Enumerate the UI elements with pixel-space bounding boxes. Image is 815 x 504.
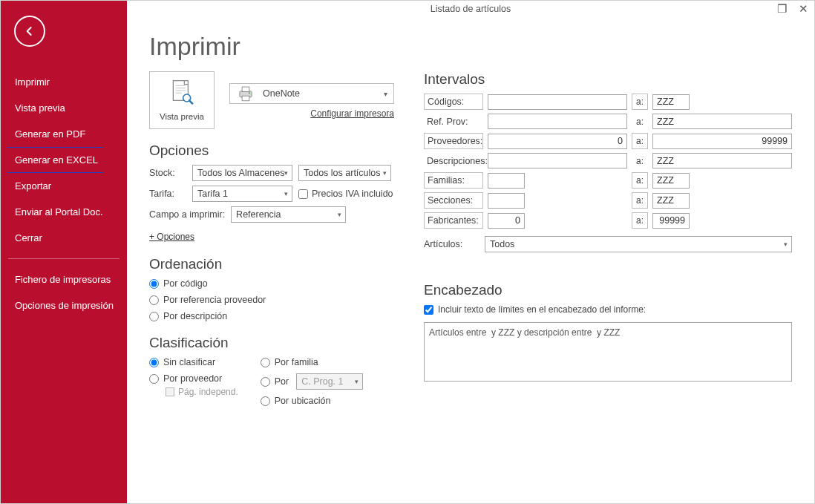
checkbox-box-icon — [166, 387, 174, 396]
include-limits-checkbox[interactable]: Incluir texto de límites en el encabezad… — [424, 304, 792, 315]
svg-rect-9 — [242, 96, 249, 101]
sidebar-item-0[interactable]: Imprimir — [7, 69, 104, 95]
options-heading: Opciones — [149, 143, 394, 159]
interval-label-4[interactable]: Familias: — [424, 172, 483, 189]
interval-a-6: a: — [632, 212, 648, 229]
sidebar-item-4[interactable]: Exportar — [7, 173, 104, 199]
interval-to-2[interactable] — [652, 134, 792, 149]
interval-to-4[interactable] — [652, 173, 690, 189]
interval-label-5[interactable]: Secciones: — [424, 192, 483, 209]
main-content: Listado de artículos ❐ ✕ Imprimir — [127, 1, 814, 503]
sidebar-item-2[interactable]: Generar en PDF — [7, 121, 104, 147]
sidebar-item2-0[interactable]: Fichero de impresoras — [7, 266, 114, 292]
sidebar-item-5[interactable]: Enviar al Portal Doc. — [7, 199, 104, 225]
intervals-heading: Intervalos — [424, 71, 792, 88]
header-section-heading: Encabezado — [424, 282, 792, 298]
stock-label: Stock: — [149, 168, 186, 178]
sidebar-separator — [8, 258, 120, 259]
class-sin-clasificar-radio[interactable]: Sin clasificar — [149, 357, 238, 367]
vat-included-checkbox[interactable]: Precios IVA incluido — [298, 189, 393, 199]
independent-page-checkbox: Pág. independ. — [166, 387, 238, 397]
interval-from-3[interactable] — [488, 153, 627, 168]
chevron-down-icon: ▾ — [384, 90, 387, 98]
close-icon[interactable]: ✕ — [799, 2, 808, 16]
printer-icon — [236, 84, 255, 103]
cprog-dropdown: C. Prog. 1 — [296, 373, 363, 390]
svg-point-10 — [249, 92, 250, 94]
print-field-dropdown[interactable]: Referencia — [231, 206, 346, 223]
interval-to-3[interactable] — [652, 153, 792, 168]
more-options-link[interactable]: + Opciones — [149, 232, 194, 242]
class-por-cprog-radio[interactable]: Por C. Prog. 1 — [261, 373, 363, 390]
print-field-label: Campo a imprimir: — [149, 209, 225, 220]
interval-a-2: a: — [632, 133, 648, 149]
interval-from-4[interactable] — [488, 173, 525, 189]
ordering-radio-1[interactable]: Por referencia proveedor — [149, 295, 394, 305]
interval-to-6[interactable] — [652, 213, 690, 229]
interval-label-6[interactable]: Fabricantes: — [424, 212, 483, 229]
stock-warehouse-dropdown[interactable]: Todos los Almacenes — [192, 165, 292, 181]
interval-to-5[interactable] — [652, 193, 690, 209]
sidebar-item2-1[interactable]: Opciones de impresión — [7, 292, 114, 318]
printer-selector[interactable]: OneNote ▾ — [229, 83, 394, 104]
maximize-icon[interactable]: ❐ — [777, 2, 787, 16]
interval-label-0[interactable]: Códigos: — [424, 94, 483, 110]
ordering-radio-2[interactable]: Por descripción — [149, 311, 394, 321]
articulos-label: Artículos: — [424, 239, 477, 249]
ordering-heading: Ordenación — [149, 256, 394, 272]
tariff-dropdown[interactable]: Tarifa 1 — [192, 186, 292, 202]
interval-a-4: a: — [632, 172, 648, 189]
preview-button[interactable]: Vista previa — [149, 71, 215, 129]
interval-a-0: a: — [632, 94, 648, 110]
interval-a-5: a: — [632, 192, 648, 209]
interval-from-6[interactable] — [488, 213, 525, 229]
configure-printer-link[interactable]: Configurar impresora — [229, 108, 394, 119]
class-por-familia-radio[interactable]: Por familia — [261, 357, 363, 367]
preview-button-label: Vista previa — [160, 112, 204, 121]
interval-to-0[interactable] — [652, 94, 690, 110]
interval-to-1[interactable] — [652, 114, 792, 129]
interval-label-1: Ref. Prov: — [424, 114, 483, 129]
back-button[interactable] — [14, 16, 45, 47]
interval-from-2[interactable] — [488, 134, 627, 149]
interval-from-5[interactable] — [488, 193, 525, 209]
interval-from-0[interactable] — [488, 94, 627, 110]
classification-heading: Clasificación — [149, 335, 394, 351]
interval-a-3: a: — [632, 156, 648, 166]
interval-a-1: a: — [632, 117, 648, 127]
sidebar: ImprimirVista previaGenerar en PDFGenera… — [1, 1, 127, 503]
window-title: Listado de artículos — [127, 4, 814, 14]
sidebar-item-6[interactable]: Cerrar — [7, 225, 104, 251]
ordering-radio-0[interactable]: Por código — [149, 278, 394, 289]
svg-rect-8 — [242, 87, 249, 92]
articulos-dropdown[interactable]: Todos — [485, 236, 792, 252]
interval-from-1[interactable] — [488, 114, 627, 129]
interval-label-2[interactable]: Proveedores: — [424, 133, 483, 149]
class-por-proveedor-radio[interactable]: Por proveedor — [149, 373, 238, 384]
header-textarea[interactable] — [424, 322, 792, 382]
printer-name: OneNote — [263, 88, 300, 99]
svg-line-6 — [189, 100, 192, 103]
sidebar-item-1[interactable]: Vista previa — [7, 95, 104, 121]
sidebar-item-3[interactable]: Generar en EXCEL — [7, 147, 104, 173]
tariff-label: Tarifa: — [149, 189, 186, 199]
page-title: Imprimir — [149, 32, 792, 61]
stock-articles-dropdown[interactable]: Todos los artículos — [298, 165, 391, 181]
class-por-ubicacion-radio[interactable]: Por ubicación — [261, 396, 363, 406]
document-magnifier-icon — [169, 79, 194, 109]
vat-included-checkbox-input[interactable] — [298, 189, 308, 199]
arrow-left-icon — [22, 24, 37, 39]
interval-label-3: Descripciones: — [424, 154, 483, 168]
